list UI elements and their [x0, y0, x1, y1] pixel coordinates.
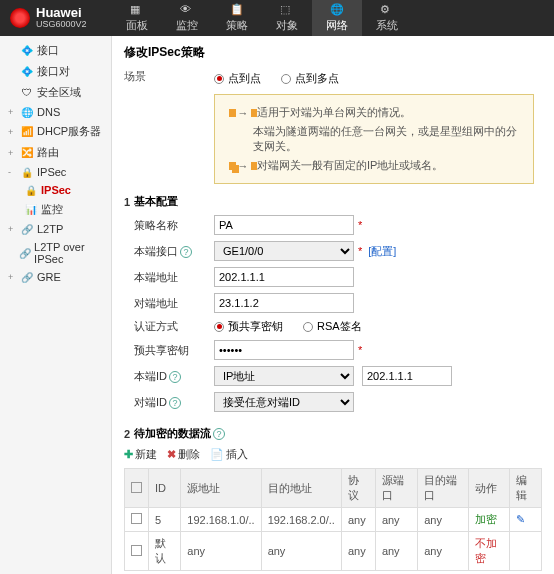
auth-rsa[interactable]: RSA签名 — [303, 319, 362, 334]
nav-监控[interactable]: 👁监控 — [162, 0, 212, 36]
local-addr-input[interactable] — [214, 267, 354, 287]
sidebar-接口对[interactable]: 💠接口对 — [0, 61, 111, 82]
hint-box: →适用于对端为单台网关的情况。 本端为隧道两端的任意一台网关，或是星型组网中的分… — [214, 94, 534, 184]
nav-系统[interactable]: ⚙系统 — [362, 0, 412, 36]
local-id-input[interactable] — [362, 366, 452, 386]
sidebar-IPSec[interactable]: 🔒IPSec — [0, 181, 111, 199]
sidebar-安全区域[interactable]: 🛡安全区域 — [0, 82, 111, 103]
peer-addr-input[interactable] — [214, 293, 354, 313]
nav-对象[interactable]: ⬚对象 — [262, 0, 312, 36]
sidebar-GRE[interactable]: +🔗GRE — [0, 268, 111, 286]
help-icon[interactable]: ? — [213, 428, 225, 440]
config-link[interactable]: [配置] — [368, 244, 396, 259]
sidebar-L2TP over IPSec[interactable]: 🔗L2TP over IPSec — [0, 238, 111, 268]
model-name: USG6000V2 — [36, 20, 87, 30]
peer-id-select[interactable]: 接受任意对端ID — [214, 392, 354, 412]
policy-name-input[interactable] — [214, 215, 354, 235]
delete-button[interactable]: ✖删除 — [167, 447, 200, 462]
psk-input[interactable] — [214, 340, 354, 360]
select-all-checkbox[interactable] — [131, 482, 142, 493]
local-id-select[interactable]: IP地址 — [214, 366, 354, 386]
scene-label: 场景 — [124, 69, 184, 84]
insert-button[interactable]: 📄插入 — [210, 447, 248, 462]
sidebar-L2TP[interactable]: +🔗L2TP — [0, 220, 111, 238]
nav-面板[interactable]: ▦面板 — [112, 0, 162, 36]
sidebar-监控[interactable]: 📊监控 — [0, 199, 111, 220]
row-checkbox[interactable] — [131, 513, 142, 524]
flow-table: ID源地址目的地址协议源端口目的端口动作编辑 5192.168.1.0/..19… — [124, 468, 542, 571]
help-icon[interactable]: ? — [180, 246, 192, 258]
nav-网络[interactable]: 🌐网络 — [312, 0, 362, 36]
scene-p2mp[interactable]: 点到多点 — [281, 71, 339, 86]
section-basic: 基本配置 — [134, 194, 178, 209]
sidebar-路由[interactable]: +🔀路由 — [0, 142, 111, 163]
table-row: 默认anyanyanyanyany不加密 — [125, 532, 542, 571]
row-checkbox[interactable] — [131, 545, 142, 556]
sidebar-IPSec[interactable]: -🔒IPSec — [0, 163, 111, 181]
section-flow: 待加密的数据流 — [134, 426, 211, 441]
help-icon[interactable]: ? — [169, 371, 181, 383]
auth-psk[interactable]: 预共享密钥 — [214, 319, 283, 334]
huawei-icon — [10, 8, 30, 28]
brand-name: Huawei — [36, 6, 87, 20]
sidebar-DHCP服务器[interactable]: +📶DHCP服务器 — [0, 121, 111, 142]
scene-p2p[interactable]: 点到点 — [214, 71, 261, 86]
sidebar-DNS[interactable]: +🌐DNS — [0, 103, 111, 121]
nav-策略[interactable]: 📋策略 — [212, 0, 262, 36]
table-row: 5192.168.1.0/..192.168.2.0/..anyanyany加密… — [125, 508, 542, 532]
page-title: 修改IPSec策略 — [124, 44, 542, 61]
local-interface-select[interactable]: GE1/0/0 — [214, 241, 354, 261]
new-button[interactable]: ✚新建 — [124, 447, 157, 462]
sidebar-接口[interactable]: 💠接口 — [0, 40, 111, 61]
brand-logo: Huawei USG6000V2 — [0, 6, 112, 30]
edit-icon[interactable]: ✎ — [516, 513, 525, 525]
help-icon[interactable]: ? — [169, 397, 181, 409]
